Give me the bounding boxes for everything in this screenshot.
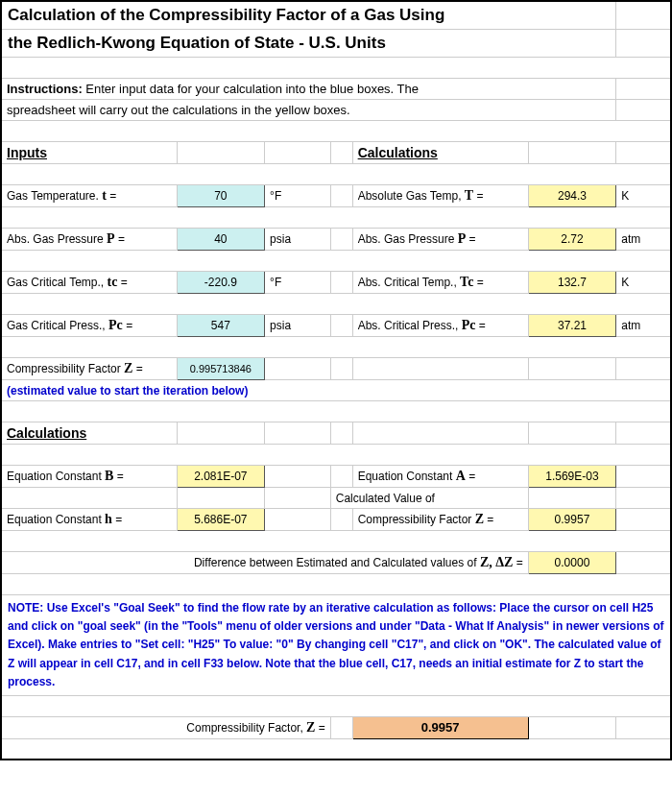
- calc-value-of-label: Calculated Value of: [330, 488, 528, 509]
- calculations-2-header: Calculations: [1, 422, 177, 445]
- abs-temp-value: 294.3: [528, 185, 616, 207]
- gas-temp-unit: °F: [265, 185, 331, 207]
- abs-temp-label: Absolute Gas Temp, T =: [352, 185, 528, 207]
- instructions-line-1: Instructions: Enter input data for your …: [1, 79, 616, 100]
- abs-crit-press-value: 37.21: [528, 315, 616, 337]
- final-z-label: Compressibility Factor, Z =: [1, 716, 330, 738]
- const-a-value: 1.569E-03: [528, 466, 616, 488]
- instructions-line-2: spreadsheet will carry out the calculati…: [1, 100, 616, 121]
- abs-crit-temp-value: 132.7: [528, 272, 616, 294]
- gas-press-input[interactable]: 40: [177, 229, 265, 251]
- spreadsheet: Calculation of the Compressibility Facto…: [0, 0, 672, 760]
- const-h-label: Equation Constant h =: [1, 509, 177, 531]
- gas-temp-label: Gas Temperature. t =: [1, 185, 177, 207]
- const-h-value: 5.686E-07: [177, 509, 265, 531]
- delta-z-label: Difference between Estimated and Calcula…: [1, 552, 528, 574]
- abs-press-value: 2.72: [528, 229, 616, 251]
- gas-press-label: Abs. Gas Pressure P =: [1, 229, 177, 251]
- abs-crit-temp-unit: K: [616, 272, 671, 294]
- abs-press-label: Abs. Gas Pressure P =: [352, 229, 528, 251]
- crit-press-label: Gas Critical Press., Pc =: [1, 315, 177, 337]
- goal-seek-note: NOTE: Use Excel's "Goal Seek" to find th…: [1, 595, 671, 696]
- crit-temp-input[interactable]: -220.9: [177, 272, 265, 294]
- calc-z-label: Compressibility Factor Z =: [352, 509, 528, 531]
- title-line-1: Calculation of the Compressibility Facto…: [1, 1, 616, 30]
- const-a-label: Equation Constant A =: [352, 466, 528, 488]
- title-line-2: the Redlich-Kwong Equation of State - U.…: [1, 30, 616, 58]
- crit-temp-unit: °F: [265, 272, 331, 294]
- calc-z-value: 0.9957: [528, 509, 616, 531]
- inputs-header: Inputs: [1, 142, 177, 164]
- const-b-label: Equation Constant B =: [1, 466, 177, 488]
- z-estimate-note: (estimated value to start the iteration …: [1, 380, 671, 401]
- z-factor-label: Compressibility Factor Z =: [1, 358, 177, 380]
- delta-z-value: 0.0000: [528, 552, 616, 574]
- calculations-header: Calculations: [352, 142, 528, 164]
- z-factor-input[interactable]: 0.995713846: [177, 358, 265, 380]
- abs-temp-unit: K: [616, 185, 671, 207]
- gas-press-unit: psia: [265, 229, 331, 251]
- crit-press-input[interactable]: 547: [177, 315, 265, 337]
- final-z-value: 0.9957: [352, 716, 528, 738]
- const-b-value: 2.081E-07: [177, 466, 265, 488]
- abs-crit-press-label: Abs. Critical Press., Pc =: [352, 315, 528, 337]
- crit-press-unit: psia: [265, 315, 331, 337]
- gas-temp-input[interactable]: 70: [177, 185, 265, 207]
- abs-crit-temp-label: Abs. Critical Temp., Tc =: [352, 272, 528, 294]
- abs-press-unit: atm: [616, 229, 671, 251]
- abs-crit-press-unit: atm: [616, 315, 671, 337]
- crit-temp-label: Gas Critical Temp., tc =: [1, 272, 177, 294]
